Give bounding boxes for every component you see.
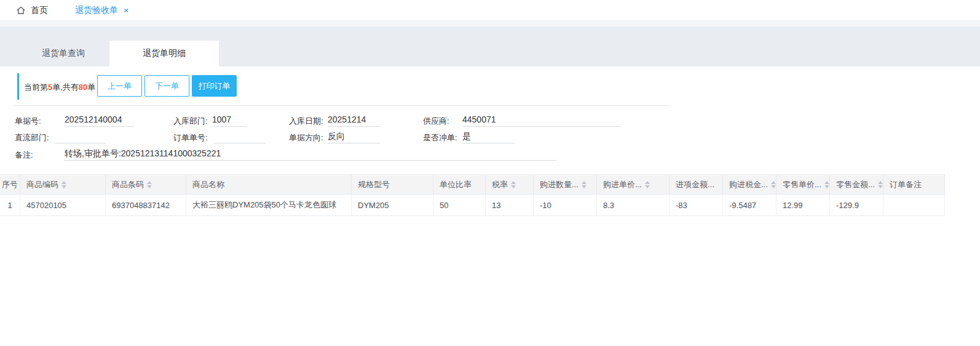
column-header-label: 商品条码 [112,179,144,190]
accent-bar [17,73,19,100]
tab-return-query-label: 退货单查询 [42,48,85,59]
table-cell: -129.9 [830,195,883,216]
doc-tab[interactable]: 退货验收单 × [75,5,128,16]
table-cell: 大裕三丽鸥DYM205袋50个马卡龙色圆球 [186,195,352,216]
column-header: 规格型号 [352,175,433,195]
column-header-label: 购进数量... [540,179,579,190]
table-header-row: 序号商品编码商品条码商品名称规格型号单位比率税率购进数量...购进单价...进项… [0,174,945,195]
sort-caret-icon[interactable] [771,181,776,188]
column-header[interactable]: 购进税金... [723,175,776,195]
column-header[interactable]: 税率 [486,175,534,195]
subtab-bar: 退货单查询 退货单明细 [17,41,219,66]
table-body: 14570201056937048837142大裕三丽鸥DYM205袋50个马卡… [0,195,945,216]
next-order-button[interactable]: 下一单 [144,75,189,97]
sort-caret-icon[interactable] [511,181,516,188]
column-header[interactable]: 零售金额... [830,175,883,195]
column-header-label: 单位比率 [440,179,472,190]
table-cell: -10 [534,195,597,216]
tab-return-detail-label: 退货单明细 [143,48,186,59]
column-header: 商品名称 [186,175,352,195]
doc-no-label: 单据号: [15,115,41,127]
column-header-label: 进项金额... [676,179,714,190]
table-cell: 13 [486,195,534,216]
tab-return-query[interactable]: 退货单查询 [17,41,109,66]
column-header[interactable]: 购进数量... [534,175,597,195]
sort-caret-icon[interactable] [582,181,587,188]
column-header-label: 商品名称 [192,179,224,190]
date-in-field[interactable]: 20251214 [328,114,380,127]
home-icon [16,6,26,15]
date-in-label: 入库日期: [289,115,323,127]
is-reversal-field[interactable]: 是 [462,131,515,143]
tab-return-detail[interactable]: 退货单明细 [109,41,219,66]
order-no-field[interactable] [214,131,266,143]
direct-dept-label: 直流部门: [15,132,49,144]
doc-tab-label: 退货验收单 [75,5,118,16]
section-divider [15,105,670,106]
remark-field[interactable]: 转场,审批单号:202512131141000325221 [65,148,556,161]
sort-caret-icon[interactable] [61,181,66,188]
counter-middle: 单,共有 [52,82,79,92]
column-header: 进项金额... [670,175,723,195]
counter-total: 80 [79,82,87,92]
order-counter: 当前第5单,共有80单 [24,82,95,93]
counter-suffix: 单 [87,82,95,92]
column-header-label: 零售金额... [836,179,875,190]
column-header[interactable]: 商品条码 [106,175,186,195]
table-cell [883,195,945,216]
dept-in-label: 入库部门: [173,115,208,127]
column-header-label: 订单备注 [890,179,922,190]
column-header-label: 购进税金... [729,179,768,190]
sort-caret-icon[interactable] [147,181,152,188]
doc-no-field[interactable]: 202512140004 [65,114,134,127]
print-order-button[interactable]: 打印订单 [192,75,237,97]
column-header-label: 零售单价... [783,179,821,190]
column-header-label: 税率 [492,179,508,190]
table-cell: 50 [433,195,486,216]
supplier-field[interactable]: 4450071 [462,114,621,127]
remark-label: 备注: [15,149,33,161]
column-header-label: 序号 [2,179,18,190]
dept-in-field[interactable]: 1007 [212,114,247,127]
sort-caret-icon[interactable] [824,181,829,188]
direction-field[interactable]: 反向 [328,131,380,143]
is-reversal-label: 是否冲单: [423,132,457,144]
table-cell: 1 [0,195,20,216]
column-header: 订单备注 [883,175,945,195]
close-icon[interactable]: × [124,6,128,15]
table-cell: DYM205 [352,195,433,216]
top-tab-bar: 首页 退货验收单 × [0,0,980,21]
counter-prefix: 当前第 [24,82,48,92]
column-header[interactable]: 商品编码 [20,175,106,195]
direction-label: 单据方向: [289,132,323,144]
column-header: 单位比率 [433,175,486,195]
order-no-label: 订单单号: [173,132,208,144]
column-header[interactable]: 零售单价... [776,175,830,195]
table-cell: 8.3 [597,195,670,216]
column-header-label: 规格型号 [358,179,390,190]
table-cell: -83 [670,195,723,216]
table-row[interactable]: 14570201056937048837142大裕三丽鸥DYM205袋50个马卡… [0,195,945,216]
header-spacer-band [0,21,980,26]
sort-caret-icon[interactable] [645,181,650,188]
column-header-label: 购进单价... [603,179,642,190]
table-cell: 457020105 [20,195,106,216]
column-header[interactable]: 购进单价... [597,175,670,195]
table-cell: 6937048837142 [106,195,186,216]
supplier-label: 供应商: [423,115,449,127]
sort-caret-icon[interactable] [878,181,883,188]
table-cell: -9.5487 [723,195,776,216]
prev-order-button[interactable]: 上一单 [97,75,142,97]
items-table: 序号商品编码商品条码商品名称规格型号单位比率税率购进数量...购进单价...进项… [0,174,945,216]
home-tab[interactable]: 首页 [16,5,48,16]
column-header: 序号 [0,175,20,195]
home-tab-label: 首页 [31,5,48,16]
direct-dept-field[interactable] [54,131,106,143]
column-header-label: 商品编码 [26,179,58,190]
table-cell: 12.99 [776,195,830,216]
